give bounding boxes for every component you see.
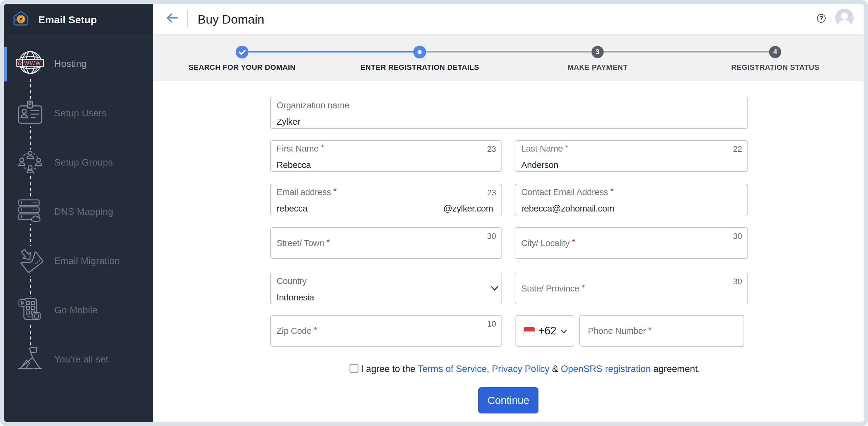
svg-text:www: www bbox=[24, 59, 41, 67]
